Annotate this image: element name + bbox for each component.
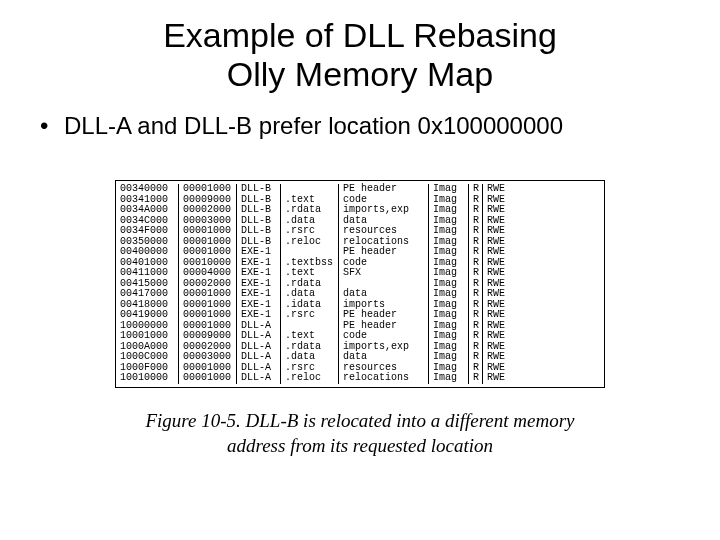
cell-init: RWE [482, 373, 512, 384]
table-row: 1001000000001000DLL-A.relocrelocationsIm… [120, 373, 600, 384]
title-line-1: Example of DLL Rebasing [163, 16, 557, 54]
bullet-item: • DLL-A and DLL-B prefer location 0x1000… [40, 112, 680, 140]
cell-sec: .reloc [280, 237, 338, 248]
bullet-text: DLL-A and DLL-B prefer location 0x100000… [64, 112, 563, 140]
bullet-icon: • [40, 112, 64, 140]
cell-type: Imag [428, 373, 468, 384]
caption-line-2: address from its requested location [227, 435, 493, 456]
cell-sec: .reloc [280, 373, 338, 384]
cell-desc: relocations [338, 373, 428, 384]
cell-acc: R [468, 373, 482, 384]
memory-map-table: 0034000000001000DLL-BPE headerImagRRWE00… [115, 180, 605, 388]
cell-desc: SFX [338, 268, 428, 279]
caption-line-1: Figure 10-5. DLL-B is relocated into a d… [145, 410, 574, 431]
cell-size: 00001000 [178, 373, 236, 384]
cell-sec: .rsrc [280, 310, 338, 321]
slide-title: Example of DLL Rebasing Olly Memory Map [40, 16, 680, 94]
figure-caption: Figure 10-5. DLL-B is relocated into a d… [100, 408, 620, 459]
title-line-2: Olly Memory Map [227, 55, 493, 93]
cell-addr: 10010000 [120, 373, 178, 384]
cell-own: DLL-A [236, 373, 280, 384]
